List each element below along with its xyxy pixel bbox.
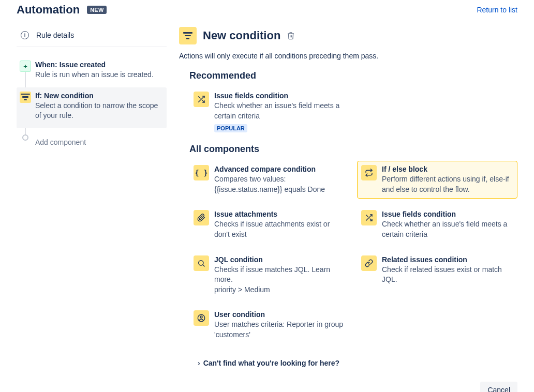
cancel-button[interactable]: Cancel <box>480 382 517 392</box>
option-user-condition[interactable]: User conditionUser matches criteria: Rep… <box>189 306 350 344</box>
user-icon <box>194 310 209 326</box>
cant-find-label: Can't find what you're looking for here? <box>203 359 339 367</box>
all-components-heading: All components <box>179 144 517 155</box>
option-desc: Check if related issues exist or match J… <box>382 265 513 285</box>
step-condition-title: If: New condition <box>35 92 162 100</box>
option-title: Issue fields condition <box>214 92 346 100</box>
option-jql-condition[interactable]: JQL conditionChecks if issue matches JQL… <box>189 251 350 299</box>
clip-icon <box>194 210 209 225</box>
branch-icon <box>361 165 377 180</box>
shuffle-icon <box>194 92 209 107</box>
new-badge: NEW <box>87 6 107 14</box>
condition-icon <box>179 27 197 44</box>
empty-step-marker <box>22 134 28 141</box>
popular-badge: POPULAR <box>214 124 247 132</box>
search-icon <box>194 255 209 271</box>
option-title: User condition <box>214 310 346 319</box>
topbar: Automation NEW Return to list <box>17 3 517 21</box>
info-icon: i <box>21 31 29 39</box>
filter-icon <box>20 92 31 103</box>
svg-line-7 <box>203 265 204 266</box>
panel-title: New condition <box>203 29 280 42</box>
page-title: Automation <box>17 3 80 17</box>
option-desc: Check whether an issue's field meets a c… <box>214 101 346 121</box>
cant-find-toggle[interactable]: › Can't find what you're looking for her… <box>198 359 517 367</box>
recommended-heading: Recommended <box>179 70 517 81</box>
link-icon <box>361 255 377 271</box>
step-trigger[interactable]: + When: Issue created Rule is run when a… <box>17 56 167 87</box>
svg-point-9 <box>200 316 202 318</box>
option-desc: Compares two values: {{issue.status.name… <box>214 174 346 194</box>
option-title: Issue fields condition <box>382 210 513 218</box>
delete-button[interactable] <box>287 32 295 40</box>
step-trigger-title: When: Issue created <box>35 61 162 69</box>
option-title: JQL condition <box>214 255 346 264</box>
option-desc: Checks if issue attachments exist or don… <box>214 219 346 239</box>
option-desc: Perform different actions using if, else… <box>382 174 513 194</box>
option-title: Advanced compare condition <box>214 165 346 173</box>
option-desc: User matches criteria: Reporter in group… <box>214 320 346 340</box>
svg-line-5 <box>366 215 368 217</box>
component-grid: { }Advanced compare conditionCompares tw… <box>189 161 517 344</box>
option-title: Related issues condition <box>382 255 513 264</box>
option-issue-attachments[interactable]: Issue attachmentsChecks if issue attachm… <box>189 206 350 244</box>
option-issue-fields-recommended[interactable]: Issue fields condition Check whether an … <box>189 87 350 137</box>
return-to-list-link[interactable]: Return to list <box>477 6 517 14</box>
add-component-button[interactable]: Add component <box>35 138 162 148</box>
step-trigger-desc: Rule is run when an issue is created. <box>35 70 162 80</box>
rule-details-item[interactable]: i Rule details <box>17 26 167 47</box>
option-title: If / else block <box>382 165 513 173</box>
braces-icon: { } <box>194 165 209 180</box>
option-title: Issue attachments <box>214 210 346 218</box>
rule-details-label: Rule details <box>36 31 74 39</box>
rule-timeline: + When: Issue created Rule is run when a… <box>17 56 167 147</box>
main-panel: New condition Actions will only execute … <box>179 26 517 392</box>
rule-sidebar: i Rule details + When: Issue created Rul… <box>17 26 167 392</box>
option-if-else-block[interactable]: If / else blockPerform different actions… <box>357 161 517 199</box>
option-desc: Check whether an issue's field meets a c… <box>382 219 513 239</box>
option-related-issues-condition[interactable]: Related issues conditionCheck if related… <box>357 251 517 299</box>
shuffle-icon <box>361 210 377 225</box>
option-advanced-compare-condition[interactable]: { }Advanced compare conditionCompares tw… <box>189 161 350 199</box>
plus-icon: + <box>20 61 31 72</box>
option-issue-fields-condition[interactable]: Issue fields conditionCheck whether an i… <box>357 206 517 244</box>
svg-line-2 <box>199 97 200 98</box>
step-condition-desc: Select a condition to narrow the scope o… <box>35 101 162 121</box>
panel-subtitle: Actions will only execute if all conditi… <box>179 52 517 60</box>
step-condition[interactable]: If: New condition Select a condition to … <box>17 87 167 128</box>
option-desc: Checks if issue matches JQL. Learn more.… <box>214 265 346 295</box>
chevron-right-icon: › <box>198 359 200 367</box>
